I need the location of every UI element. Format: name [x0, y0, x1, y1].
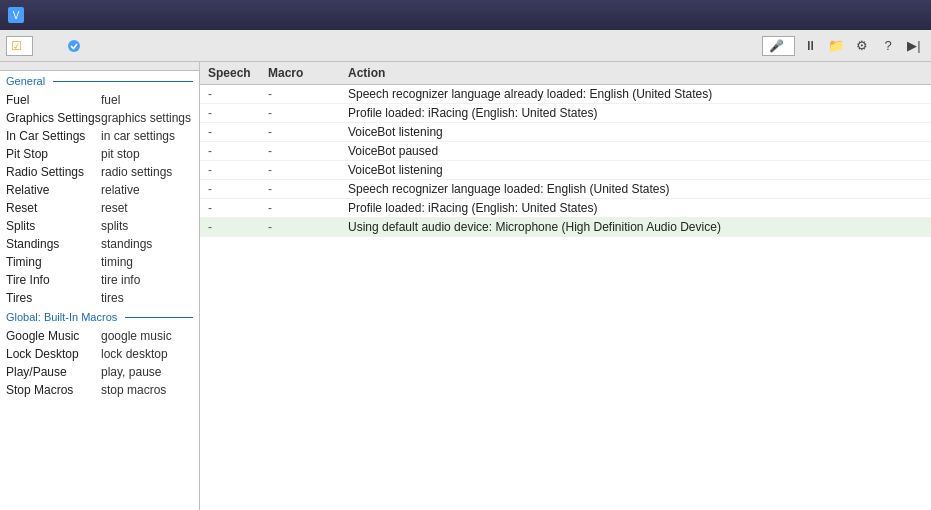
macro-name: Timing: [6, 255, 101, 269]
log-macro-header: Macro: [268, 66, 348, 80]
log-row: --VoiceBot paused: [200, 142, 931, 161]
main-content: GeneralFuelfuelGraphics Settingsgraphics…: [0, 62, 931, 510]
toolbar-right: 🎤 ⏸ 📁 ⚙ ? ▶|: [762, 35, 925, 57]
toolbar-left: ☑: [6, 35, 85, 57]
log-row: --Profile loaded: iRacing (English: Unit…: [200, 199, 931, 218]
log-speech: -: [208, 201, 268, 215]
minimize-button[interactable]: [841, 5, 867, 25]
macro-command: relative: [101, 183, 196, 197]
macro-row[interactable]: Fuelfuel: [0, 91, 199, 109]
svg-point-0: [68, 40, 80, 52]
log-speech: -: [208, 106, 268, 120]
plugin-button[interactable]: ▶|: [903, 35, 925, 57]
macro-command: google music: [101, 329, 196, 343]
macro-command: in car settings: [101, 129, 196, 143]
macro-name: Radio Settings: [6, 165, 101, 179]
macro-name: Tires: [6, 291, 101, 305]
macro-row[interactable]: Graphics Settingsgraphics settings: [0, 109, 199, 127]
macro-name: Lock Desktop: [6, 347, 101, 361]
macro-row[interactable]: Tire Infotire info: [0, 271, 199, 289]
macro-command: tires: [101, 291, 196, 305]
log-row: --Speech recognizer language loaded: Eng…: [200, 180, 931, 199]
log-action: VoiceBot paused: [348, 144, 923, 158]
microphone-display: 🎤: [762, 36, 795, 56]
macro-row[interactable]: Google Musicgoogle music: [0, 327, 199, 345]
toolbar: ☑ 🎤 ⏸ 📁 ⚙ ? ▶|: [0, 30, 931, 62]
close-button[interactable]: [897, 5, 923, 25]
section-header-global:-built-in-macros: Global: Built-In Macros: [0, 307, 199, 327]
window-controls[interactable]: [841, 5, 923, 25]
macro-command: pit stop: [101, 147, 196, 161]
macro-name: Pit Stop: [6, 147, 101, 161]
macro-command: timing: [101, 255, 196, 269]
macro-name: Play/Pause: [6, 365, 101, 379]
macro-name: Stop Macros: [6, 383, 101, 397]
macro-row[interactable]: Pit Stoppit stop: [0, 145, 199, 163]
help-button[interactable]: ?: [877, 35, 899, 57]
macro-name: Relative: [6, 183, 101, 197]
settings-button[interactable]: ⚙: [851, 35, 873, 57]
macro-row[interactable]: Resetreset: [0, 199, 199, 217]
pause-button[interactable]: ⏸: [799, 35, 821, 57]
log-macro: -: [268, 87, 348, 101]
log-speech: -: [208, 220, 268, 234]
macro-command: lock desktop: [101, 347, 196, 361]
profile-dropdown[interactable]: ☑: [6, 36, 33, 56]
log-headers: Speech Macro Action: [200, 62, 931, 85]
log-speech: -: [208, 144, 268, 158]
macro-command: stop macros: [101, 383, 196, 397]
macro-row[interactable]: Stop Macrosstop macros: [0, 381, 199, 399]
macro-row[interactable]: Timingtiming: [0, 253, 199, 271]
macro-row[interactable]: Radio Settingsradio settings: [0, 163, 199, 181]
macro-name: Standings: [6, 237, 101, 251]
macro-row[interactable]: Splitssplits: [0, 217, 199, 235]
macro-row[interactable]: Lock Desktoplock desktop: [0, 345, 199, 363]
log-action: Speech recognizer language already loade…: [348, 87, 923, 101]
log-action: VoiceBot listening: [348, 125, 923, 139]
log-row: --VoiceBot listening: [200, 161, 931, 180]
log-row: --Using default audio device: Microphone…: [200, 218, 931, 237]
macro-row[interactable]: In Car Settingsin car settings: [0, 127, 199, 145]
section-header-general: General: [0, 71, 199, 91]
folder-button[interactable]: 📁: [825, 35, 847, 57]
log-action: VoiceBot listening: [348, 163, 923, 177]
log-action: Profile loaded: iRacing (English: United…: [348, 106, 923, 120]
macro-command: reset: [101, 201, 196, 215]
right-panel: Speech Macro Action --Speech recognizer …: [200, 62, 931, 510]
macro-name: Splits: [6, 219, 101, 233]
log-action: Speech recognizer language loaded: Engli…: [348, 182, 923, 196]
log-row: --Speech recognizer language already loa…: [200, 85, 931, 104]
log-speech: -: [208, 182, 268, 196]
macro-row[interactable]: Relativerelative: [0, 181, 199, 199]
macro-command: fuel: [101, 93, 196, 107]
log-row: --Profile loaded: iRacing (English: Unit…: [200, 104, 931, 123]
save-profile-button[interactable]: [63, 35, 85, 57]
log-macro: -: [268, 163, 348, 177]
edit-profile-button[interactable]: [37, 35, 59, 57]
log-speech: -: [208, 87, 268, 101]
macro-name: Reset: [6, 201, 101, 215]
macro-command: graphics settings: [101, 111, 196, 125]
macro-row[interactable]: Play/Pauseplay, pause: [0, 363, 199, 381]
log-action: Using default audio device: Microphone (…: [348, 220, 923, 234]
log-macro: -: [268, 125, 348, 139]
log-speech: -: [208, 125, 268, 139]
macro-row[interactable]: Standingsstandings: [0, 235, 199, 253]
profile-icon: ☑: [11, 39, 22, 53]
macro-name: Tire Info: [6, 273, 101, 287]
macro-command: play, pause: [101, 365, 196, 379]
log-macro: -: [268, 220, 348, 234]
maximize-button[interactable]: [869, 5, 895, 25]
log-action-header: Action: [348, 66, 923, 80]
log-speech-header: Speech: [208, 66, 268, 80]
macro-row[interactable]: Tirestires: [0, 289, 199, 307]
macro-command: splits: [101, 219, 196, 233]
macro-list: GeneralFuelfuelGraphics Settingsgraphics…: [0, 71, 199, 399]
log-speech: -: [208, 163, 268, 177]
log-list: --Speech recognizer language already loa…: [200, 85, 931, 237]
log-action: Profile loaded: iRacing (English: United…: [348, 201, 923, 215]
title-bar: V: [0, 0, 931, 30]
log-row: --VoiceBot listening: [200, 123, 931, 142]
macro-command: radio settings: [101, 165, 196, 179]
app-icon: V: [8, 7, 24, 23]
